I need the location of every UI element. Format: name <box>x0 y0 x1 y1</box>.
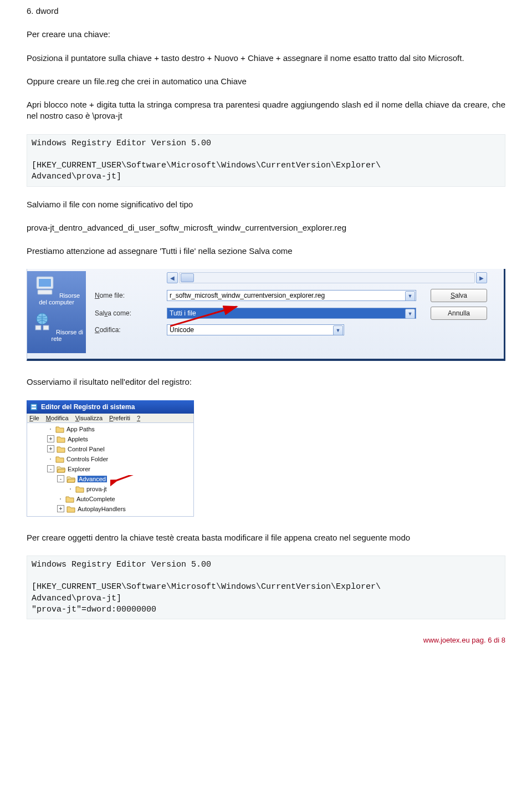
svg-rect-7 <box>30 404 37 410</box>
para-create-objects: Per creare oggetti dentro la chiave test… <box>27 532 505 543</box>
tree-node-controls-folder[interactable]: Controls Folder <box>27 454 193 464</box>
save-dialog-places-bar: Risorse del computer Risorse di rete <box>27 271 86 353</box>
para-create-key: Per creare una chiave: <box>27 29 505 40</box>
encoding-value: Unicode <box>170 326 194 334</box>
heading-dword: 6. dword <box>27 6 505 17</box>
para-osserviamo: Osserviamo il risultato nell'editor del … <box>27 376 505 388</box>
folder-icon <box>66 505 75 513</box>
network-icon <box>30 311 54 333</box>
para-instructions: Posiziona il puntatore sulla chiave + ta… <box>27 53 505 64</box>
encoding-select[interactable]: Unicode ▼ <box>167 324 344 335</box>
para-prestiamo: Prestiamo attenzione ad assegnare 'Tutti… <box>27 246 505 257</box>
folder-open-icon <box>57 465 65 473</box>
dropdown-icon[interactable]: ▼ <box>333 325 343 335</box>
save-button[interactable]: Salva <box>431 289 487 302</box>
code-block-1: Windows Registry Editor Version 5.00 [HK… <box>27 134 505 187</box>
menu-preferiti[interactable]: Preferiti <box>109 415 130 421</box>
svg-rect-5 <box>43 325 49 330</box>
window-titlebar: Editor del Registro di sistema <box>27 400 194 414</box>
save-dialog: Risorse del computer Risorse di rete ◀ <box>27 269 505 361</box>
tree-node-control-panel[interactable]: + Control Panel <box>27 444 193 454</box>
save-as-label: Salva come: <box>95 309 167 317</box>
folder-icon <box>57 445 65 453</box>
folder-icon <box>55 425 64 433</box>
tree-node-applets[interactable]: + Applets <box>27 434 193 444</box>
save-as-value: Tutti i file <box>170 309 196 317</box>
registry-editor-window: Editor del Registro di sistema File Modi… <box>27 400 194 517</box>
svg-rect-8 <box>32 405 36 406</box>
para-salviamo: Salviamo il file con nome significativo … <box>27 199 505 210</box>
page-footer: www.joetex.eu pag. 6 di 8 <box>27 636 505 644</box>
dropdown-icon[interactable]: ▼ <box>405 291 415 301</box>
tree-node-autoplayhandlers[interactable]: + AutoplayHandlers <box>27 504 193 514</box>
menu-help[interactable]: ? <box>137 415 140 421</box>
para-filename: prova-jt_dentro_advanced_di_user_softw_m… <box>27 222 505 233</box>
menu-visualizza[interactable]: Visualizza <box>75 415 103 421</box>
scroll-thumb[interactable] <box>181 273 194 282</box>
place-my-computer[interactable]: Risorse del computer <box>29 274 84 305</box>
dropdown-icon[interactable]: ▼ <box>405 309 415 319</box>
tree-node-advanced[interactable]: - Advanced <box>27 474 193 484</box>
scroll-left-button[interactable]: ◀ <box>167 272 178 283</box>
computer-icon <box>33 274 58 297</box>
menu-modifica[interactable]: Modifica <box>46 415 69 421</box>
tree-node-autocomplete[interactable]: AutoComplete <box>27 494 193 504</box>
tree-node-app-paths[interactable]: App Paths <box>27 424 193 434</box>
svg-rect-2 <box>38 290 52 294</box>
folder-icon <box>57 435 65 443</box>
folder-open-icon <box>66 475 75 483</box>
filename-label: Nome file: <box>95 292 167 299</box>
regedit-icon <box>30 403 38 411</box>
registry-tree[interactable]: App Paths + Applets + Control Panel Cont… <box>27 423 194 517</box>
tree-node-prova-jt[interactable]: prova-jt <box>27 484 193 494</box>
window-title: Editor del Registro di sistema <box>41 403 135 411</box>
para-oppure: Oppure creare un file.reg che crei in au… <box>27 76 505 87</box>
tree-node-explorer[interactable]: - Explorer <box>27 464 193 474</box>
encoding-label: Codifica: <box>95 326 167 334</box>
place-network[interactable]: Risorse di rete <box>29 311 84 342</box>
svg-rect-1 <box>39 279 51 287</box>
menubar[interactable]: File Modifica Visualizza Preferiti ? <box>27 414 194 423</box>
filename-input[interactable]: r_softw_microsft_windw_currentversion_ex… <box>167 290 416 301</box>
para-apri-blocco: Apri blocco note + digita tutta la strin… <box>27 99 505 122</box>
code-block-2: Windows Registry Editor Version 5.00 [HK… <box>27 556 505 619</box>
svg-rect-4 <box>35 325 41 330</box>
save-as-type-select[interactable]: Tutti i file ▼ <box>167 308 416 319</box>
scroll-right-button[interactable]: ▶ <box>476 272 487 283</box>
filename-value: r_softw_microsft_windw_currentversion_ex… <box>170 292 325 299</box>
place-label: Risorse di rete <box>52 329 83 342</box>
scroll-track[interactable] <box>179 272 475 283</box>
cancel-button[interactable]: Annulla <box>431 307 487 320</box>
horizontal-scrollbar[interactable]: ◀ ▶ <box>167 272 487 283</box>
svg-rect-9 <box>32 407 36 409</box>
folder-icon <box>65 495 74 503</box>
folder-icon <box>55 455 64 463</box>
folder-icon <box>75 485 84 493</box>
menu-file[interactable]: File <box>29 415 39 421</box>
